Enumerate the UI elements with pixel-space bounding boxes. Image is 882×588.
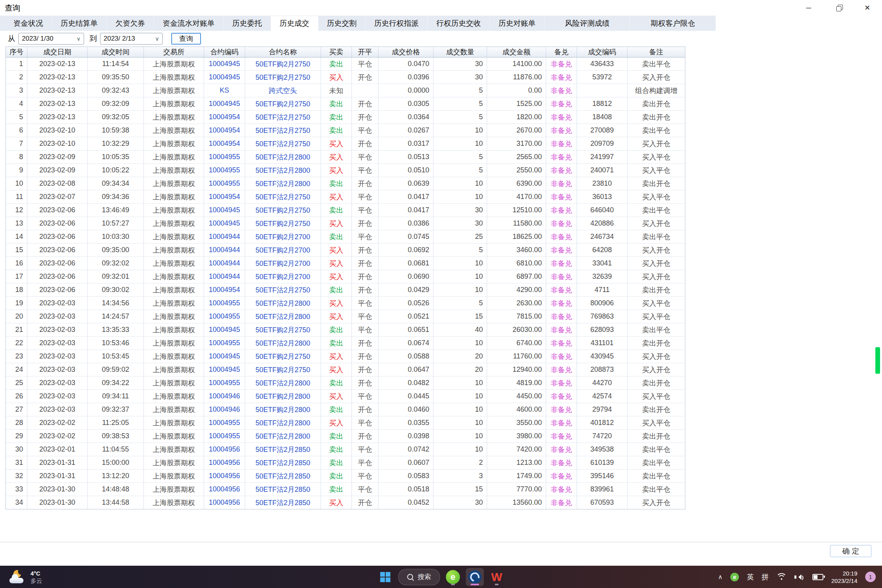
column-header-contract_name[interactable]: 合约名称	[245, 47, 321, 57]
tab-owed-funds-securities[interactable]: 欠资欠券	[107, 16, 154, 31]
tab-risk-assessment-score[interactable]: 风险评测成绩	[545, 16, 630, 31]
cell-contract_code: 10004956	[204, 456, 245, 469]
table-row[interactable]: 132023-02-0610:57:27上海股票期权1000494550ETF购…	[6, 217, 685, 230]
cell-remark: 卖出开仓	[627, 111, 685, 124]
weather-widget[interactable]: 4°C 多云	[9, 570, 42, 584]
table-row[interactable]: 182023-02-0609:30:02上海股票期权1000495450ETF沽…	[6, 283, 685, 296]
tray-browser-icon[interactable]: e	[730, 573, 739, 581]
table-row[interactable]: 322023-01-3113:12:20上海股票期权1000495650ETF沽…	[6, 469, 685, 482]
column-header-open_close[interactable]: 开平	[352, 47, 378, 57]
table-row[interactable]: 52023-02-1309:32:05上海股票期权1000495450ETF沽2…	[6, 110, 685, 124]
column-header-trade_date[interactable]: 成交日期	[27, 47, 88, 57]
column-header-side[interactable]: 买卖	[321, 47, 352, 57]
scrollbar-thumb[interactable]	[875, 347, 880, 374]
cell-seq: 33	[6, 483, 27, 496]
column-header-exchange[interactable]: 交易所	[144, 47, 204, 57]
trading-app-taskbar-button[interactable]	[466, 568, 484, 586]
cell-side: 卖出	[321, 177, 352, 190]
table-row[interactable]: 342023-01-3013:44:58上海股票期权1000495650ETF沽…	[6, 496, 685, 509]
wps-office-taskbar-button[interactable]: W	[488, 568, 506, 586]
table-row[interactable]: 252023-02-0309:34:22上海股票期权1000495550ETF沽…	[6, 376, 685, 389]
taskbar-clock[interactable]: 20:19 2023/2/14	[831, 570, 857, 584]
volume-icon[interactable]	[794, 574, 805, 581]
table-row[interactable]: 112023-02-0709:34:36上海股票期权1000495450ETF沽…	[6, 190, 685, 203]
cell-contract_code: 10004954	[204, 190, 245, 203]
browser-360-taskbar-button[interactable]: e	[444, 568, 462, 586]
tab-history-statement[interactable]: 历史对账单	[490, 16, 545, 31]
table-row[interactable]: 312023-01-3115:00:00上海股票期权1000495650ETF沽…	[6, 456, 685, 469]
column-header-trade_no[interactable]: 成交编码	[577, 47, 627, 57]
wifi-icon[interactable]	[776, 573, 787, 581]
cell-covered: 非备兑	[546, 430, 577, 443]
cell-covered: 非备兑	[546, 190, 577, 203]
table-row[interactable]: 222023-02-0310:53:46上海股票期权1000495550ETF沽…	[6, 336, 685, 350]
table-row[interactable]: 242023-02-0309:59:02上海股票期权1000494550ETF购…	[6, 363, 685, 376]
table-row[interactable]: 202023-02-0314:24:57上海股票期权1000495550ETF沽…	[6, 310, 685, 323]
battery-icon[interactable]	[812, 574, 823, 580]
table-row[interactable]: 192023-02-0314:34:56上海股票期权1000495550ETF沽…	[6, 296, 685, 310]
table-row[interactable]: 142023-02-0610:03:30上海股票期权1000494450ETF购…	[6, 230, 685, 243]
to-date-select[interactable]: 2023/ 2/13 ∨	[100, 33, 163, 45]
table-row[interactable]: 262023-02-0309:34:11上海股票期权1000494650ETF购…	[6, 389, 685, 403]
tab-history-delivery[interactable]: 历史交割	[318, 16, 366, 31]
maximize-button[interactable]	[823, 0, 853, 16]
tab-fund-status[interactable]: 资金状况	[5, 16, 52, 31]
table-row[interactable]: 292023-02-0209:38:53上海股票期权1000495550ETF沽…	[6, 429, 685, 443]
from-date-select[interactable]: 2023/ 1/30 ∨	[18, 33, 84, 45]
tab-fund-flow-statement[interactable]: 资金流水对账单	[154, 16, 224, 31]
cell-trade_no: 436433	[577, 57, 627, 70]
table-row[interactable]: 22023-02-1309:35:50上海股票期权1000494550ETF购2…	[6, 70, 685, 84]
table-row[interactable]: 102023-02-0809:34:34上海股票期权1000495550ETF沽…	[6, 177, 685, 190]
table-row[interactable]: 92023-02-0910:05:22上海股票期权1000495550ETF沽2…	[6, 163, 685, 177]
table-row[interactable]: 42023-02-1309:32:09上海股票期权1000494550ETF购2…	[6, 97, 685, 110]
close-button[interactable]: ✕	[853, 0, 882, 16]
tab-option-position-limit[interactable]: 期权客户限仓	[630, 16, 716, 31]
minimize-button[interactable]: ─	[794, 0, 823, 16]
table-row[interactable]: 12023-02-1311:14:54上海股票期权1000494550ETF购2…	[6, 57, 685, 70]
table-row[interactable]: 272023-02-0309:32:37上海股票期权1000494650ETF购…	[6, 403, 685, 416]
table-row[interactable]: 122023-02-0613:46:49上海股票期权1000494550ETF购…	[6, 203, 685, 217]
table-row[interactable]: 212023-02-0313:35:33上海股票期权1000494550ETF购…	[6, 323, 685, 336]
column-header-price[interactable]: 成交价格	[378, 47, 434, 57]
table-row[interactable]: 172023-02-0609:32:01上海股票期权1000494450ETF购…	[6, 270, 685, 283]
cell-side: 买入	[321, 416, 352, 429]
table-row[interactable]: 302023-02-0111:04:55上海股票期权1000495650ETF沽…	[6, 443, 685, 456]
cell-contract_name: 50ETF沽2月2800	[245, 337, 321, 350]
tab-history-exercise-assignment[interactable]: 历史行权指派	[366, 16, 428, 31]
notification-badge[interactable]: 1	[865, 572, 876, 582]
start-button[interactable]	[376, 568, 394, 586]
cell-trade_date: 2023-01-30	[27, 483, 88, 496]
table-row[interactable]: 332023-01-3014:48:48上海股票期权1000495650ETF沽…	[6, 482, 685, 496]
cell-trade_time: 14:34:56	[88, 297, 144, 310]
table-row[interactable]: 32023-02-1309:32:43上海股票期权KS跨式空头未知0.00005…	[6, 84, 685, 97]
search-button[interactable]: 搜索	[398, 569, 440, 585]
column-header-quantity[interactable]: 成交数量	[434, 47, 487, 57]
ok-button[interactable]: 确 定	[830, 545, 871, 557]
column-header-trade_time[interactable]: 成交时间	[88, 47, 144, 57]
table-scrollbar[interactable]	[875, 46, 881, 542]
tab-history-trades[interactable]: 历史成交	[271, 16, 318, 31]
column-header-covered[interactable]: 备兑	[546, 47, 577, 57]
tray-chevron-up-icon[interactable]: ∧	[718, 573, 723, 581]
table-row[interactable]: 82023-02-0910:05:35上海股票期权1000495550ETF沽2…	[6, 150, 685, 163]
table-row[interactable]: 62023-02-1010:59:38上海股票期权1000495450ETF沽2…	[6, 124, 685, 137]
column-header-amount[interactable]: 成交金额	[487, 47, 546, 57]
tab-exercise-history-settlement[interactable]: 行权历史交收	[428, 16, 490, 31]
column-header-contract_code[interactable]: 合约编码	[204, 47, 245, 57]
table-row[interactable]: 72023-02-1010:32:29上海股票期权1000495450ETF沽2…	[6, 137, 685, 150]
cell-seq: 8	[6, 151, 27, 163]
table-row[interactable]: 162023-02-0609:32:02上海股票期权1000494450ETF购…	[6, 256, 685, 270]
cell-remark: 卖出平仓	[627, 470, 685, 482]
column-header-seq[interactable]: 序号	[6, 47, 27, 57]
title-bar: 查询 ─ ✕	[0, 0, 882, 16]
column-header-remark[interactable]: 备注	[627, 47, 685, 57]
table-row[interactable]: 232023-02-0310:53:45上海股票期权1000494550ETF购…	[6, 350, 685, 363]
ime-pinyin[interactable]: 拼	[762, 572, 769, 582]
ime-language-english[interactable]: 英	[747, 572, 754, 582]
cell-trade_time: 09:34:22	[88, 376, 144, 389]
query-button[interactable]: 查询	[171, 33, 201, 45]
tab-history-orders[interactable]: 历史委托	[224, 16, 271, 31]
table-row[interactable]: 282023-02-0211:25:05上海股票期权1000495550ETF沽…	[6, 416, 685, 429]
tab-history-settlement[interactable]: 历史结算单	[52, 16, 107, 31]
table-row[interactable]: 152023-02-0609:35:00上海股票期权1000494450ETF购…	[6, 243, 685, 256]
